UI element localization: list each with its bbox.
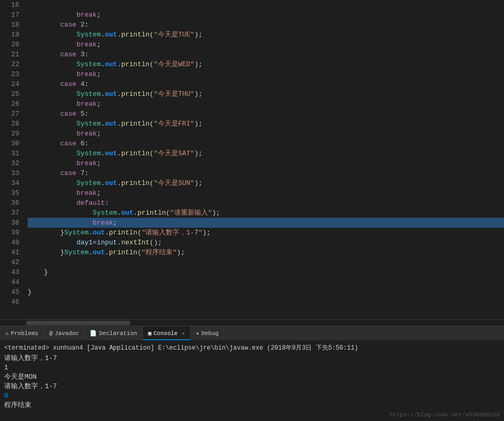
- code-line-43: }: [28, 267, 504, 277]
- code-content: break; case 2: System.out.println("今天是TU…: [23, 0, 504, 319]
- debug-tab-label: Debug: [201, 330, 218, 337]
- code-line-42: [28, 257, 504, 267]
- console-output-line: 今天是MON: [4, 373, 500, 382]
- declaration-tab-icon: 📄: [90, 330, 97, 337]
- code-line-20: break;: [28, 40, 504, 49]
- code-line-40: day1=input.nextInt();: [28, 238, 504, 247]
- code-line-22: System.out.println("今天是WED");: [28, 59, 504, 69]
- code-line-26: break;: [28, 99, 504, 109]
- code-line-29: break;: [28, 129, 504, 139]
- console-output-line: 0: [4, 391, 500, 401]
- console-output-line: 请输入数字，1-7: [4, 382, 500, 391]
- tab-problems[interactable]: ⚠Problems: [0, 326, 44, 340]
- code-line-27: case 5:: [28, 109, 504, 119]
- problems-tab-icon: ⚠: [5, 330, 9, 337]
- scrollbar-thumb[interactable]: [26, 321, 130, 325]
- console-tab-label: Console: [154, 330, 178, 337]
- javadoc-tab-icon: @: [49, 330, 53, 337]
- line-numbers: 1617181920212223242526272829303132333435…: [0, 0, 23, 319]
- code-line-24: case 4:: [28, 79, 504, 89]
- horizontal-scrollbar[interactable]: [0, 319, 504, 326]
- code-line-28: System.out.println("今天是FRI");: [28, 119, 504, 129]
- debug-tab-icon: ✦: [196, 330, 200, 337]
- console-output-line: 1: [4, 363, 500, 373]
- code-editor: 1617181920212223242526272829303132333435…: [0, 0, 504, 326]
- tab-console[interactable]: ▣Console✕: [143, 326, 191, 340]
- console-output[interactable]: <terminated> xunhuan4 [Java Application]…: [0, 340, 504, 421]
- code-line-17: break;: [28, 10, 504, 20]
- code-line-33: case 7:: [28, 168, 504, 178]
- console-tab-close[interactable]: ✕: [182, 330, 185, 337]
- problems-tab-label: Problems: [11, 330, 39, 337]
- tab-javadoc[interactable]: @Javadoc: [44, 326, 84, 340]
- console-terminated-line: <terminated> xunhuan4 [Java Application]…: [4, 342, 500, 354]
- code-line-31: System.out.println("今天是SAT");: [28, 148, 504, 158]
- code-line-38: break;: [28, 218, 504, 228]
- code-line-35: break;: [28, 188, 504, 198]
- bottom-tab-bar: ⚠Problems@Javadoc📄Declaration▣Console✕✦D…: [0, 326, 504, 340]
- tab-debug[interactable]: ✦Debug: [191, 326, 225, 340]
- code-line-45: }: [28, 287, 504, 297]
- code-line-41: }System.out.println("程序结束");: [28, 247, 504, 257]
- tab-declaration[interactable]: 📄Declaration: [84, 326, 143, 340]
- code-line-32: break;: [28, 158, 504, 168]
- code-line-34: System.out.println("今天是SUN");: [28, 178, 504, 188]
- code-line-25: System.out.println("今天是THU");: [28, 89, 504, 99]
- code-line-39: }System.out.println("请输入数字，1-7");: [28, 228, 504, 238]
- code-scroll-area[interactable]: 1617181920212223242526272829303132333435…: [0, 0, 504, 319]
- console-output-line: 请输入数字，1-7: [4, 354, 500, 363]
- code-line-18: case 2:: [28, 20, 504, 30]
- code-line-37: System.out.println("请重新输入");: [28, 208, 504, 218]
- code-line-16: [28, 0, 504, 10]
- javadoc-tab-label: Javadoc: [55, 330, 79, 337]
- console-watermark: https://blog.csdn.net/a530609250: [390, 410, 500, 419]
- code-line-23: break;: [28, 69, 504, 79]
- console-tab-icon: ▣: [148, 330, 152, 337]
- declaration-tab-label: Declaration: [99, 330, 137, 337]
- code-line-30: case 6:: [28, 139, 504, 148]
- code-line-36: default:: [28, 198, 504, 208]
- code-line-19: System.out.println("今天是TUE");: [28, 30, 504, 40]
- code-line-44: [28, 277, 504, 287]
- code-line-46: [28, 297, 504, 307]
- code-line-21: case 3:: [28, 49, 504, 59]
- console-output-line: 程序结束: [4, 401, 500, 410]
